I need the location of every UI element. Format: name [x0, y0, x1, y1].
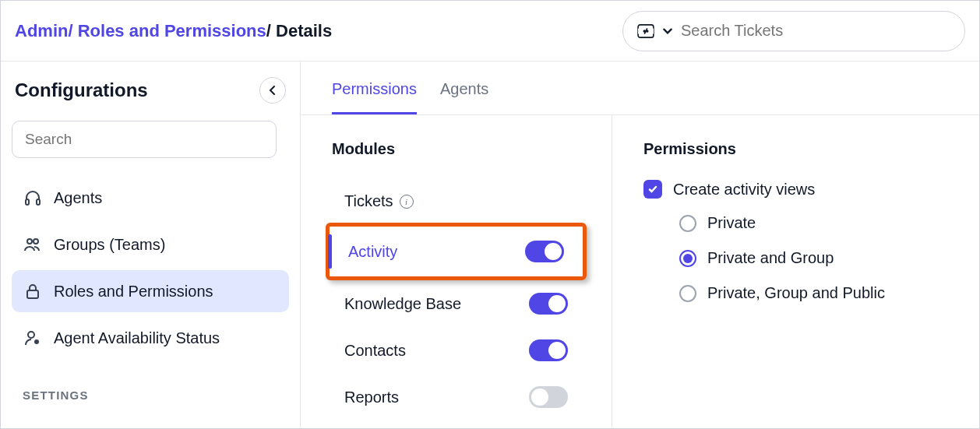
settings-heading: SETTINGS: [12, 389, 289, 402]
module-item-reports[interactable]: Reports: [332, 374, 580, 420]
sidebar-item-label: Agent Availability Status: [54, 329, 220, 347]
radio-input[interactable]: [679, 250, 696, 267]
breadcrumb: Admin/ Roles and Permissions/ Details: [15, 21, 332, 41]
svg-point-9: [35, 340, 38, 343]
module-label: Contacts: [344, 342, 406, 360]
svg-rect-4: [37, 199, 40, 205]
module-item-kb[interactable]: Knowledge Base: [332, 280, 580, 327]
chevron-down-icon[interactable]: [662, 26, 673, 37]
tabs: Permissions Agents: [301, 62, 979, 115]
ticket-icon: [637, 24, 654, 38]
toggle-kb[interactable]: [529, 293, 568, 315]
checkmark-icon: [647, 184, 658, 195]
info-icon[interactable]: i: [400, 195, 414, 209]
breadcrumb-sep: /: [68, 21, 77, 40]
main: Permissions Agents Modules Tickets i Act…: [301, 62, 979, 428]
modules-heading: Modules: [332, 140, 580, 158]
headphones-icon: [23, 188, 43, 208]
radio-label: Private: [707, 214, 756, 232]
sidebar-item-agents[interactable]: Agents: [12, 177, 289, 219]
sidebar-title: Configurations: [15, 79, 148, 101]
checkbox-create-views[interactable]: [643, 180, 662, 199]
lock-icon: [23, 281, 43, 301]
svg-point-6: [33, 239, 38, 244]
chevron-left-icon: [269, 85, 277, 96]
module-label: Tickets: [344, 192, 393, 210]
users-icon: [23, 234, 43, 255]
toggle-contacts[interactable]: [529, 339, 568, 361]
breadcrumb-details: Details: [276, 21, 332, 40]
svg-rect-7: [27, 290, 38, 298]
breadcrumb-roles[interactable]: Roles and Permissions: [78, 21, 266, 40]
radio-group: Private Private and Group Private, Group…: [643, 214, 948, 302]
highlight-activity: Activity: [326, 223, 587, 280]
toggle-activity[interactable]: [525, 241, 564, 262]
sidebar-item-label: Groups (Teams): [54, 236, 165, 254]
user-status-icon: [23, 328, 43, 348]
sidebar-search-input[interactable]: [12, 121, 277, 158]
permission-check-row[interactable]: Create activity views: [643, 180, 948, 199]
svg-point-2: [647, 30, 648, 32]
radio-private-group-public[interactable]: Private, Group and Public: [679, 284, 948, 302]
permission-label: Create activity views: [673, 181, 815, 199]
svg-rect-3: [26, 199, 29, 205]
module-label: Knowledge Base: [344, 295, 461, 313]
sidebar-item-label: Agents: [54, 189, 102, 207]
toggle-reports[interactable]: [529, 386, 568, 408]
radio-private[interactable]: Private: [679, 214, 948, 232]
module-item-activity[interactable]: Activity: [330, 227, 583, 276]
tab-agents[interactable]: Agents: [440, 80, 488, 114]
radio-label: Private, Group and Public: [707, 284, 885, 302]
permissions-heading: Permissions: [643, 140, 948, 158]
module-label: Reports: [344, 389, 399, 406]
sidebar-item-roles[interactable]: Roles and Permissions: [12, 270, 289, 312]
radio-input[interactable]: [679, 285, 696, 302]
radio-private-group[interactable]: Private and Group: [679, 249, 948, 267]
search-tickets-container[interactable]: [622, 11, 965, 51]
radio-input[interactable]: [679, 215, 696, 232]
breadcrumb-sep2: /: [266, 21, 276, 40]
modules-column: Modules Tickets i Activity: [301, 115, 612, 428]
sidebar-item-groups[interactable]: Groups (Teams): [12, 223, 289, 265]
radio-label: Private and Group: [707, 249, 834, 267]
svg-point-5: [27, 239, 32, 244]
search-tickets-input[interactable]: [681, 22, 950, 40]
collapse-button[interactable]: [259, 77, 286, 104]
breadcrumb-admin[interactable]: Admin: [15, 21, 68, 40]
module-item-contacts[interactable]: Contacts: [332, 327, 580, 374]
module-label: Activity: [348, 243, 397, 261]
sidebar-item-label: Roles and Permissions: [54, 283, 213, 301]
permissions-column: Permissions Create activity views Privat…: [612, 115, 979, 428]
module-item-tickets[interactable]: Tickets i: [332, 180, 580, 223]
sidebar: Configurations Agents: [1, 62, 301, 428]
svg-point-8: [28, 332, 34, 338]
tab-permissions[interactable]: Permissions: [332, 80, 417, 114]
sidebar-item-availability[interactable]: Agent Availability Status: [12, 317, 289, 359]
